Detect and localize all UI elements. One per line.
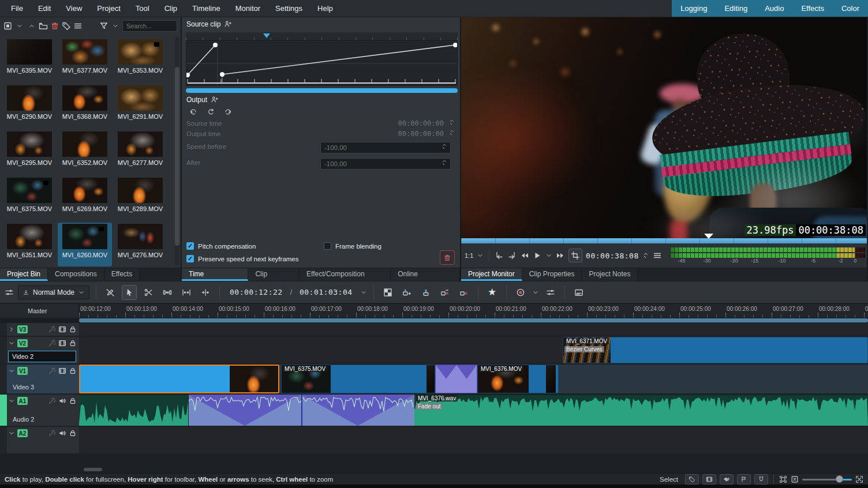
chevron-down-icon[interactable] xyxy=(8,397,15,404)
menu-file[interactable]: File xyxy=(3,0,31,17)
menu-monitor[interactable]: Monitor xyxy=(228,0,268,17)
zoom-slider-handle[interactable] xyxy=(836,475,843,483)
rewind-button[interactable] xyxy=(520,251,529,260)
chevron-down-icon[interactable] xyxy=(360,289,367,296)
mute-track-icon[interactable] xyxy=(58,397,66,405)
track-strip[interactable] xyxy=(0,427,7,453)
fast-forward-button[interactable] xyxy=(556,251,565,260)
menu-help[interactable]: Help xyxy=(310,0,341,17)
track-target-indicator[interactable] xyxy=(0,395,7,426)
tab-project-bin[interactable]: Project Bin xyxy=(0,268,48,281)
workspace-tab-editing[interactable]: Editing xyxy=(716,0,756,17)
workspace-tab-audio[interactable]: Audio xyxy=(756,0,792,17)
view-mode-button[interactable] xyxy=(3,20,13,32)
track-lane-v1[interactable]: MVI_6375.MOVMVI_6376.MOV xyxy=(79,365,868,393)
track-badge-v2[interactable]: V2 xyxy=(17,339,28,347)
delete-button[interactable] xyxy=(50,20,59,32)
track-header-v2[interactable]: V2 xyxy=(0,337,79,363)
timecode-spinner[interactable] xyxy=(642,252,649,259)
filter-chevron-icon[interactable] xyxy=(111,20,120,32)
monitor-timecode[interactable]: 00:00:38:08 xyxy=(586,251,639,260)
delete-keyframes-button[interactable] xyxy=(440,250,455,265)
chevron-up-icon[interactable] xyxy=(27,20,36,32)
bin-clip[interactable]: MVI_6290.MOV xyxy=(2,84,57,128)
add-folder-button[interactable] xyxy=(39,20,48,32)
mixer-button[interactable] xyxy=(380,285,395,300)
track-header-a1[interactable]: A1Audio 2 xyxy=(0,395,79,426)
master-button[interactable]: Master xyxy=(0,304,79,318)
timeline-edit-toggle[interactable] xyxy=(103,285,118,300)
monitor-menu-button[interactable] xyxy=(653,251,662,260)
subtitle-button[interactable] xyxy=(571,285,586,300)
chevron-down-icon[interactable] xyxy=(15,20,24,32)
show-thumbnails-toggle[interactable] xyxy=(702,474,716,485)
chevron-down-icon[interactable] xyxy=(8,430,15,437)
lock-track-icon[interactable] xyxy=(69,397,77,405)
insert-track-zone-button[interactable] xyxy=(418,285,433,300)
tab-clip-properties[interactable]: Clip Properties xyxy=(522,268,582,281)
preserve-speed-checkbox[interactable]: ✓ Preserve speed of next keyframes xyxy=(186,255,299,262)
wipe-composition[interactable] xyxy=(435,365,477,393)
bin-clip[interactable]: MVI_6395.MOV xyxy=(2,38,57,82)
remap-curve-editor[interactable] xyxy=(186,42,458,86)
spinner-icon[interactable] xyxy=(441,159,448,166)
timeline-clip-mvi6376[interactable]: MVI_6376.MOV xyxy=(477,365,559,393)
chevron-down-icon[interactable] xyxy=(532,289,539,296)
pitch-compensation-checkbox[interactable]: ✓ Pitch compensation xyxy=(186,242,256,250)
monitor-seekbar[interactable] xyxy=(461,238,867,243)
favorite-effects-button[interactable]: ★ xyxy=(485,285,500,300)
menu-project[interactable]: Project xyxy=(89,0,128,17)
filter-button[interactable] xyxy=(99,20,108,32)
timeline-ruler[interactable]: 00:00:12:0000:00:13:0000:00:14:0000:00:1… xyxy=(79,304,868,318)
workspace-tab-color[interactable]: Color xyxy=(833,0,868,17)
zoom-selection-button[interactable] xyxy=(791,475,799,483)
effects-wand-icon[interactable] xyxy=(48,325,56,333)
effects-wand-icon[interactable] xyxy=(48,397,56,405)
track-header-v1[interactable]: V1Video 3 xyxy=(0,365,79,393)
bin-clip[interactable]: MVI_6353.MOV xyxy=(113,38,167,82)
play-options-chevron[interactable] xyxy=(545,252,552,259)
menu-tool[interactable]: Tool xyxy=(128,0,157,17)
tab-effects[interactable]: Effects xyxy=(104,268,140,281)
bin-clip[interactable]: MVI_6377.MOV xyxy=(58,38,112,82)
spacer-tool-button[interactable] xyxy=(160,285,175,300)
timeline-hscroll-handle[interactable] xyxy=(84,468,102,471)
menu-settings[interactable]: Settings xyxy=(268,0,310,17)
show-waveforms-toggle[interactable] xyxy=(720,474,734,485)
insert-zone-button[interactable] xyxy=(179,285,194,300)
effects-wand-icon[interactable] xyxy=(48,429,56,437)
track-lane-v3[interactable] xyxy=(79,323,868,336)
tab-time-remapping[interactable]: Time Remapping xyxy=(182,268,248,281)
track-strip[interactable] xyxy=(0,323,7,336)
edit-mode-combo[interactable]: Normal Mode xyxy=(18,286,89,299)
bin-clip[interactable]: MVI_6277.MOV xyxy=(113,130,167,174)
bin-clip[interactable]: MVI_6289.MOV xyxy=(113,177,167,220)
bin-clip[interactable]: MVI_6295.MOV xyxy=(2,130,57,174)
tab-project-monitor[interactable]: Project Monitor xyxy=(461,268,522,281)
menu-timeline[interactable]: Timeline xyxy=(185,0,228,17)
record-button[interactable] xyxy=(513,285,528,300)
field-input[interactable]: -100,00 xyxy=(320,158,451,170)
bin-scrollbar-handle[interactable] xyxy=(175,67,179,246)
track-lane-a2[interactable] xyxy=(79,427,868,453)
chevron-down-icon[interactable] xyxy=(8,367,15,374)
track-header-a2[interactable]: A2 xyxy=(0,427,79,453)
bin-clip[interactable]: MVI_6375.MOV xyxy=(2,177,57,220)
track-lane-v2[interactable]: MVI_6371.MOVBézier Curves xyxy=(79,337,868,363)
zoom-project-button[interactable] xyxy=(779,475,787,483)
menu-clip[interactable]: Clip xyxy=(157,0,185,17)
add-keyframe-button[interactable] xyxy=(205,107,216,117)
track-strip[interactable] xyxy=(0,365,7,393)
extract-zone-button[interactable] xyxy=(437,285,452,300)
spinner-icon[interactable] xyxy=(448,129,455,136)
bin-clip[interactable]: MVI_6276.MOV xyxy=(113,223,167,266)
monitor-zoom-level[interactable]: 1:1 xyxy=(465,252,473,259)
track-options-button[interactable] xyxy=(5,288,14,297)
menu-edit[interactable]: Edit xyxy=(31,0,58,17)
track-header-v3[interactable]: V3 xyxy=(0,323,79,336)
track-strip[interactable] xyxy=(0,337,7,363)
field-input[interactable]: -100,00 xyxy=(320,142,451,153)
track-name-input[interactable] xyxy=(8,351,76,362)
monitor-playhead[interactable] xyxy=(704,234,713,239)
field-value[interactable]: 00:00:00:00 xyxy=(398,119,444,127)
